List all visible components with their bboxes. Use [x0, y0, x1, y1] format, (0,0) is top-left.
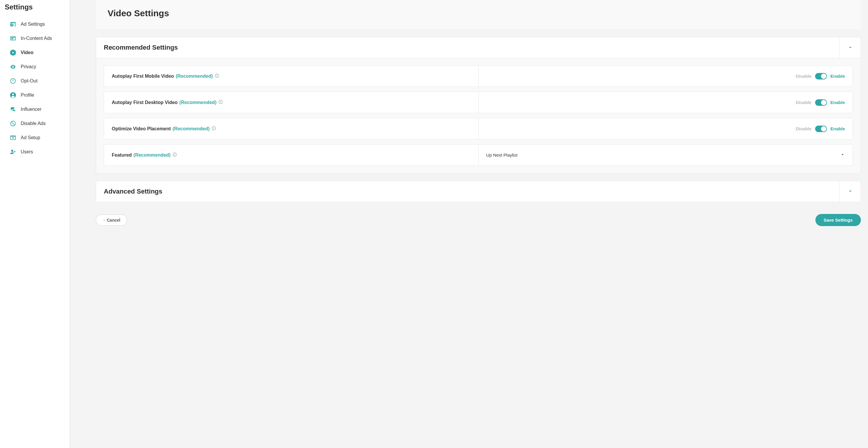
- panel-advanced-settings: Advanced Settings: [96, 181, 861, 202]
- setting-label-area: Featured (Recommended): [104, 145, 478, 165]
- sidebar-item-ad-settings[interactable]: Ad Settings: [0, 17, 69, 31]
- setting-title: Featured: [112, 153, 132, 158]
- setting-title: Autoplay First Mobile Video: [112, 73, 174, 79]
- enable-label: Enable: [831, 126, 845, 131]
- setting-row-featured: Featured (Recommended) Up Next Playlist: [104, 144, 853, 166]
- svg-point-2: [12, 93, 14, 95]
- sidebar-item-in-content-ads[interactable]: In-Content Ads: [0, 31, 69, 45]
- panel-collapse-button[interactable]: [839, 37, 861, 58]
- page-header: Video Settings: [96, 0, 861, 30]
- disable-label: Disable: [796, 73, 811, 78]
- disable-label: Disable: [796, 126, 811, 131]
- ad-setup-icon: [9, 134, 17, 141]
- info-icon[interactable]: [211, 126, 216, 131]
- influencer-icon: [9, 106, 17, 113]
- sidebar-item-video[interactable]: Video: [0, 45, 69, 60]
- setting-control-area: Up Next Playlist: [478, 145, 853, 165]
- recommended-tag: (Recommended): [134, 153, 170, 158]
- cancel-label: Cancel: [107, 218, 120, 223]
- sidebar-item-label: Ad Setup: [21, 135, 64, 140]
- setting-control-area: Disable Enable: [478, 92, 853, 113]
- users-icon: [9, 148, 17, 155]
- sidebar-item-label: Profile: [21, 93, 64, 98]
- content: Recommended Settings Autoplay First Mobi…: [96, 30, 861, 202]
- toggle-autoplay-desktop[interactable]: [815, 99, 827, 106]
- sidebar-item-label: Disable Ads: [21, 121, 64, 126]
- sidebar-item-label: Privacy: [21, 64, 64, 69]
- panel-title: Recommended Settings: [96, 37, 839, 58]
- setting-control-area: Disable Enable: [478, 118, 853, 139]
- sidebar-item-opt-out[interactable]: Opt-Out: [0, 74, 69, 88]
- setting-title: Optimize Video Placement: [112, 126, 171, 131]
- caret-down-icon: [840, 152, 845, 158]
- info-icon[interactable]: [218, 100, 223, 105]
- sidebar-item-label: In-Content Ads: [21, 36, 64, 41]
- sidebar-item-profile[interactable]: Profile: [0, 88, 69, 102]
- setting-row-optimize-placement: Optimize Video Placement (Recommended) D…: [104, 118, 853, 139]
- info-icon[interactable]: [215, 73, 219, 79]
- setting-label-area: Autoplay First Mobile Video (Recommended…: [104, 66, 478, 87]
- sidebar-item-label: Users: [21, 149, 64, 155]
- page-title: Video Settings: [107, 8, 849, 18]
- profile-icon: [9, 92, 17, 99]
- toggle-autoplay-mobile[interactable]: [815, 73, 827, 79]
- enable-label: Enable: [831, 73, 845, 78]
- chevron-up-icon: [847, 44, 853, 51]
- save-label: Save Settings: [824, 218, 852, 223]
- setting-label-area: Optimize Video Placement (Recommended): [104, 118, 478, 139]
- sidebar-item-privacy[interactable]: Privacy: [0, 60, 69, 74]
- privacy-icon: [9, 63, 17, 70]
- video-icon: [9, 49, 17, 56]
- enable-label: Enable: [831, 100, 845, 105]
- recommended-tag: (Recommended): [173, 126, 210, 131]
- recommended-tag: (Recommended): [176, 73, 213, 79]
- panel-body-recommended: Autoplay First Mobile Video (Recommended…: [96, 58, 861, 173]
- select-value: Up Next Playlist: [486, 153, 518, 158]
- panel-header-advanced[interactable]: Advanced Settings: [96, 181, 861, 202]
- in-content-ads-icon: [9, 35, 17, 42]
- setting-label-area: Autoplay First Desktop Video (Recommende…: [104, 92, 478, 113]
- info-icon[interactable]: [173, 152, 177, 158]
- disable-label: Disable: [796, 100, 811, 105]
- app-root: Settings Ad Settings In-Content Ads Vide…: [0, 0, 868, 448]
- cancel-button[interactable]: Cancel: [96, 215, 127, 226]
- actions-bar: Cancel Save Settings: [96, 214, 861, 226]
- chevron-down-icon: [847, 188, 853, 195]
- sidebar-title: Settings: [0, 1, 69, 17]
- sidebar-item-disable-ads[interactable]: Disable Ads: [0, 117, 69, 131]
- setting-row-autoplay-mobile: Autoplay First Mobile Video (Recommended…: [104, 65, 853, 87]
- setting-row-autoplay-desktop: Autoplay First Desktop Video (Recommende…: [104, 92, 853, 113]
- disable-ads-icon: [9, 120, 17, 127]
- panel-header-recommended[interactable]: Recommended Settings: [96, 37, 861, 58]
- sidebar-item-influencer[interactable]: Influencer: [0, 102, 69, 117]
- sidebar-item-label: Opt-Out: [21, 78, 64, 84]
- panel-recommended-settings: Recommended Settings Autoplay First Mobi…: [96, 37, 861, 174]
- sidebar-item-ad-setup[interactable]: Ad Setup: [0, 131, 69, 145]
- toggle-optimize-placement[interactable]: [815, 126, 827, 132]
- setting-control-area: Disable Enable: [478, 66, 853, 87]
- recommended-tag: (Recommended): [180, 100, 216, 105]
- panel-expand-button[interactable]: [839, 181, 861, 202]
- sidebar-item-label: Ad Settings: [21, 22, 64, 27]
- sidebar: Settings Ad Settings In-Content Ads Vide…: [0, 0, 70, 448]
- main-area: Video Settings Recommended Settings: [70, 0, 868, 448]
- sidebar-item-label: Influencer: [21, 107, 64, 112]
- setting-title: Autoplay First Desktop Video: [112, 100, 178, 105]
- save-button[interactable]: Save Settings: [815, 214, 861, 226]
- featured-select[interactable]: Up Next Playlist: [486, 152, 845, 158]
- sidebar-item-label: Video: [21, 50, 64, 55]
- panel-title: Advanced Settings: [96, 181, 839, 202]
- opt-out-icon: [9, 77, 17, 85]
- sidebar-item-users[interactable]: Users: [0, 145, 69, 159]
- ad-settings-icon: [9, 21, 17, 28]
- chevron-left-icon: [102, 218, 105, 223]
